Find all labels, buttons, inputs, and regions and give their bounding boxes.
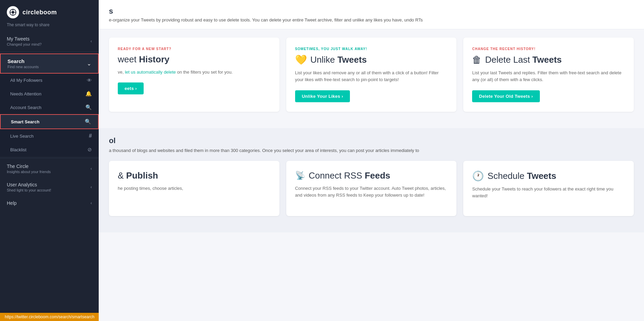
card-rss: 📡 Connect RSS Feeds Connect your RSS fee… xyxy=(286,161,457,216)
card-5-title: 📡 Connect RSS Feeds xyxy=(295,170,448,181)
card-3-title: 🗑 Delete Last Tweets xyxy=(472,54,625,65)
sidebar-item-user-analytics[interactable]: User Analytics Shed light to your accoun… xyxy=(0,178,99,196)
logo-icon xyxy=(7,6,19,18)
card-4-title: & Publish xyxy=(118,170,271,181)
analytics-sublabel: Shed light to your account! xyxy=(7,188,51,192)
card-1-desc: ve, let us automatically delete on the f… xyxy=(118,69,271,76)
analytics-label: User Analytics xyxy=(7,182,51,187)
card-4-desc: he posting times, choose articles, xyxy=(118,185,271,192)
trash-emoji: 🗑 xyxy=(472,54,482,65)
card-tweet-history: READY FOR A NEW START? weet History ve, … xyxy=(109,37,279,112)
sidebar-sub-smart-search[interactable]: Smart Search 🔍 xyxy=(0,114,99,129)
sidebar-item-the-circle[interactable]: The Circle Insights about your friends ‹ xyxy=(0,159,99,178)
gray-section: ol a thousand of blogs and websites and … xyxy=(99,128,644,232)
card-1-link[interactable]: let us automatically delete xyxy=(125,70,176,75)
search-label: Search xyxy=(7,58,39,64)
rss-emoji: 📡 xyxy=(295,171,305,180)
account-search-label: Account Search xyxy=(10,105,42,110)
svg-point-1 xyxy=(12,11,14,14)
card-6-title-text: Schedule Tweets xyxy=(487,171,556,181)
all-followers-label: All My Followers xyxy=(10,78,43,83)
analytics-chevron: ‹ xyxy=(91,185,92,189)
card-1-title: weet History xyxy=(118,54,271,65)
my-tweets-chevron: ‹ xyxy=(91,39,92,44)
card-2-title-text: Unlike Tweets xyxy=(310,55,367,65)
card-5-desc: Connect your RSS feeds to your Twitter a… xyxy=(295,185,448,199)
sidebar-item-help[interactable]: Help ‹ xyxy=(0,196,99,210)
top-desc: e-organize your Tweets by providing robu… xyxy=(109,17,423,22)
logo-text: circleboom xyxy=(22,9,57,16)
search-icon: 🔍 xyxy=(85,104,92,110)
eye-icon: 👁 xyxy=(87,77,92,83)
sidebar-sub-all-followers[interactable]: All My Followers 👁 xyxy=(0,74,99,87)
card-5-title-text: Connect RSS Feeds xyxy=(309,170,390,181)
search-sublabel: Find new accounts xyxy=(7,65,39,69)
card-delete-tweets: CHANGE THE RECENT HISTORY! 🗑 Delete Last… xyxy=(463,37,634,112)
status-bar: https://twitter.circleboom.com/search/sm… xyxy=(0,313,99,321)
needs-attention-label: Needs Attention xyxy=(10,91,42,96)
card-6-title: 🕐 Schedule Tweets xyxy=(472,170,625,182)
logo-tagline: The smart way to share xyxy=(0,22,99,32)
card-3-tag: CHANGE THE RECENT HISTORY! xyxy=(472,47,625,51)
card-publish: & Publish he posting times, choose artic… xyxy=(109,161,279,216)
sidebar-item-search[interactable]: Search Find new accounts ⌄ xyxy=(0,54,99,74)
card-2-button[interactable]: Unlike Your Likes › xyxy=(295,90,350,102)
hash-icon: # xyxy=(89,133,92,139)
sidebar-sub-blacklist[interactable]: Blacklist ⊘ xyxy=(0,143,99,156)
smart-search-label: Smart Search xyxy=(11,119,39,124)
cards-row-2: & Publish he posting times, choose artic… xyxy=(109,161,634,216)
top-strip: s e-organize your Tweets by providing ro… xyxy=(99,0,644,29)
divider-2 xyxy=(0,158,99,158)
circle-label: The Circle xyxy=(7,164,51,169)
sidebar-sub-account-search[interactable]: Account Search 🔍 xyxy=(0,101,99,114)
sidebar-sub-needs-attention[interactable]: Needs Attention 🔔 xyxy=(0,87,99,101)
card-schedule: 🕐 Schedule Tweets Schedule your Tweets t… xyxy=(463,161,634,216)
card-1-title-text: weet History xyxy=(118,54,170,65)
card-2-tag: SOMETIMES, YOU JUST WALK AWAY! xyxy=(295,47,448,51)
search-chevron: ⌄ xyxy=(87,60,91,67)
card-3-button[interactable]: Delete Your Old Tweets › xyxy=(472,90,540,102)
blacklist-label: Blacklist xyxy=(10,147,27,152)
card-unlike-tweets: SOMETIMES, YOU JUST WALK AWAY! 💛 Unlike … xyxy=(286,37,457,112)
top-strip-text: s e-organize your Tweets by providing ro… xyxy=(109,5,634,24)
status-url: https://twitter.circleboom.com/search/sm… xyxy=(5,315,94,319)
gray-title: ol xyxy=(109,136,634,145)
card-2-desc: List your likes and remove any or all of… xyxy=(295,70,448,84)
card-6-desc: Schedule your Tweets to reach your follo… xyxy=(472,186,625,200)
card-3-title-text: Delete Last Tweets xyxy=(485,55,562,65)
card-1-button[interactable]: eets › xyxy=(118,82,144,94)
cards-section-1: READY FOR A NEW START? weet History ve, … xyxy=(99,29,644,128)
block-icon: ⊘ xyxy=(87,147,92,153)
help-label: Help xyxy=(7,200,17,206)
card-4-title-text: & Publish xyxy=(118,170,158,181)
sidebar-item-my-tweets[interactable]: My Tweets Changed your mind? ‹ xyxy=(0,32,99,50)
live-search-label: Live Search xyxy=(10,134,34,139)
card-2-title: 💛 Unlike Tweets xyxy=(295,54,448,65)
gray-desc: a thousand of blogs and websites and fil… xyxy=(109,147,634,154)
my-tweets-label: My Tweets xyxy=(7,36,42,42)
my-tweets-sublabel: Changed your mind? xyxy=(7,42,42,46)
card-1-tag: READY FOR A NEW START? xyxy=(118,47,271,51)
logo-area: circleboom xyxy=(0,0,99,22)
help-chevron: ‹ xyxy=(91,201,92,205)
bell-icon: 🔔 xyxy=(85,91,92,97)
circle-sublabel: Insights about your friends xyxy=(7,170,51,174)
main-content: s e-organize your Tweets by providing ro… xyxy=(99,0,644,321)
card-3-desc: List your last Tweets and replies. Filte… xyxy=(472,70,625,84)
circle-chevron: ‹ xyxy=(91,166,92,171)
divider-1 xyxy=(0,52,99,52)
clock-emoji: 🕐 xyxy=(472,170,484,182)
cards-row-1: READY FOR A NEW START? weet History ve, … xyxy=(109,37,634,112)
heart-emoji: 💛 xyxy=(295,54,307,65)
smart-search-icon: 🔍 xyxy=(85,119,91,125)
search-sub-items: All My Followers 👁 Needs Attention 🔔 Acc… xyxy=(0,74,99,156)
sidebar-sub-live-search[interactable]: Live Search # xyxy=(0,129,99,143)
